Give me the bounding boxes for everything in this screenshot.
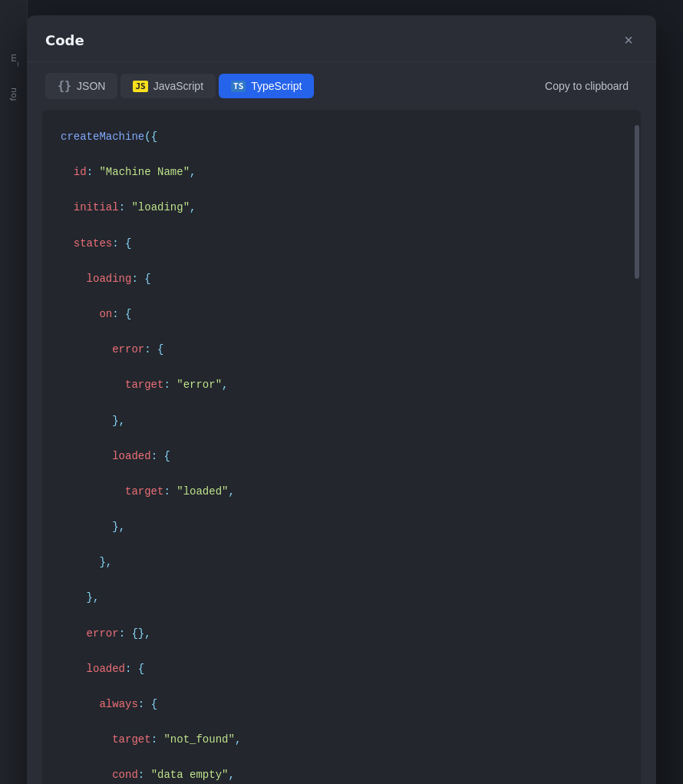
scrollbar-thumb xyxy=(635,125,639,279)
code-container: createMachine({ id: "Machine Name", init… xyxy=(42,110,641,784)
sidebar-label-fou: fou xyxy=(8,88,18,101)
tab-javascript-label: JavaScript xyxy=(153,80,203,92)
json-icon: {} xyxy=(58,79,71,93)
tab-typescript-label: TypeScript xyxy=(251,80,302,92)
code-block: createMachine({ id: "Machine Name", init… xyxy=(61,128,619,784)
tab-javascript[interactable]: JS JavaScript xyxy=(120,74,216,98)
sidebar-label-vm: _m xyxy=(8,54,18,66)
sidebar: _m fou xyxy=(0,0,28,784)
modal-toolbar: {} JSON JS JavaScript TS TypeScript Copy… xyxy=(27,62,656,107)
close-button[interactable]: × xyxy=(619,29,638,51)
copy-to-clipboard-button[interactable]: Copy to clipboard xyxy=(536,74,638,98)
tab-json-label: JSON xyxy=(77,80,105,92)
tab-json[interactable]: {} JSON xyxy=(45,73,117,99)
code-scroll-area[interactable]: createMachine({ id: "Machine Name", init… xyxy=(42,110,632,784)
scrollbar-track[interactable] xyxy=(632,110,641,784)
modal-header: Code × xyxy=(27,15,656,62)
ts-icon: TS xyxy=(231,81,246,92)
modal-title: Code xyxy=(45,32,84,48)
js-icon: JS xyxy=(133,81,147,92)
code-modal: Code × {} JSON JS JavaScript TS TypeScri… xyxy=(27,15,656,784)
tab-typescript[interactable]: TS TypeScript xyxy=(219,74,314,98)
